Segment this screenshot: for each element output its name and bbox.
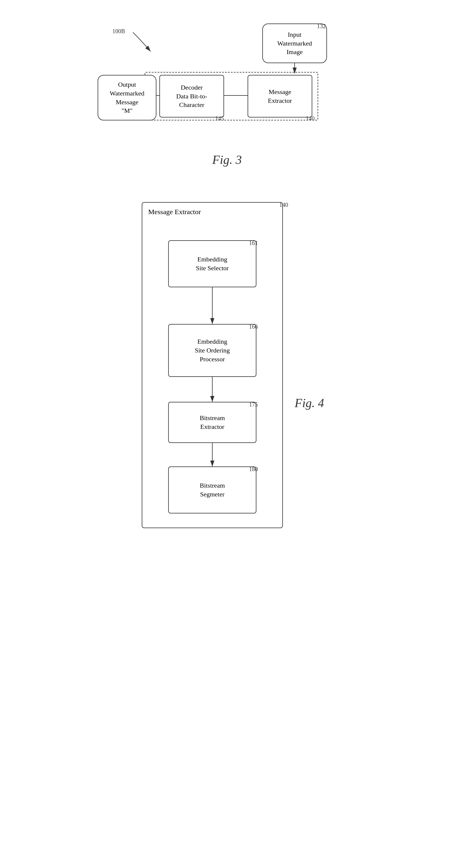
fig3-area: 100B InputWatermarkedImage 132 MessageEx… [95,18,359,141]
embedding-site-selector-box: EmbeddingSite Selector [168,240,256,287]
bitstream-segmeter-text: BitstreamSegmeter [200,481,225,498]
embedding-site-ordering-box: EmbeddingSite OrderingProcessor [168,324,256,377]
embedding-site-selector-text: EmbeddingSite Selector [196,255,229,272]
output-watermarked-message-box: OutputWatermarkedMessage"M" [97,75,157,120]
message-extractor-text: MessageExtractor [268,88,292,105]
decoder-box: DecoderData Bit-to-Character [159,75,224,118]
bitstream-segmeter-box: BitstreamSegmeter [168,466,256,514]
message-extractor-box: MessageExtractor [248,75,312,118]
fig4-block3-ref: 175 [249,401,258,408]
main-container: 100B InputWatermarkedImage 132 MessageEx… [51,18,403,537]
fig3-input-ref: 132 [317,23,326,30]
fig4-block1-ref: 161 [249,240,258,246]
bitstream-extractor-text: BitstreamExtractor [200,413,225,431]
fig4-wrapper: Message Extractor 140 EmbeddingSite Sele… [51,190,403,537]
input-watermarked-image-text: InputWatermarkedImage [277,30,312,56]
fig4-caption: Fig. 4 [295,396,324,410]
fig4-block2-ref: 166 [249,323,258,330]
output-text: OutputWatermarkedMessage"M" [110,80,144,115]
fig4-outer-ref: 140 [279,202,288,208]
embedding-site-ordering-text: EmbeddingSite OrderingProcessor [195,337,230,363]
decoder-text: DecoderData Bit-to-Character [176,83,207,109]
fig3-diagram-label: 100B [112,28,125,35]
fig4-block4-ref: 180 [249,466,258,473]
fig3-decoder-ref: 145 [215,115,224,122]
fig3-wrapper: 100B InputWatermarkedImage 132 MessageEx… [51,18,403,167]
fig4-area: Message Extractor 140 EmbeddingSite Sele… [95,190,359,537]
fig3-caption: Fig. 3 [212,153,242,167]
fig4-outer-label: Message Extractor [148,208,201,216]
fig3-message-ref: 140 [306,115,315,122]
bitstream-extractor-box: BitstreamExtractor [168,402,256,443]
